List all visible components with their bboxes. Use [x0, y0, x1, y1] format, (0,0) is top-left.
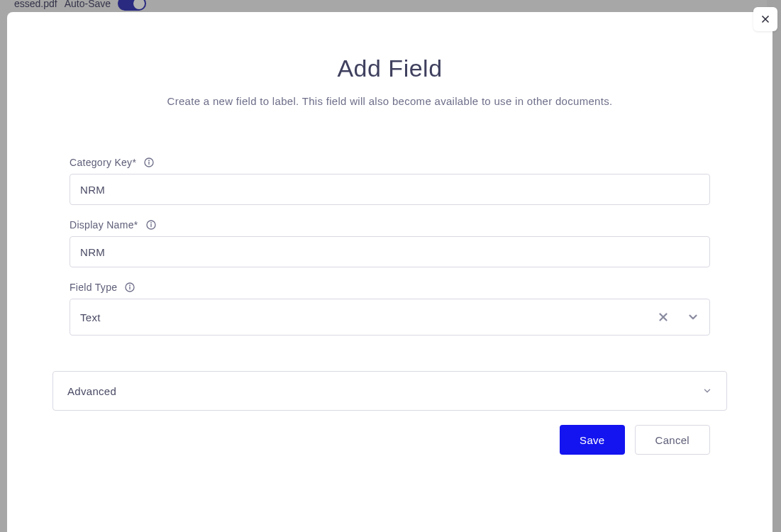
info-icon[interactable]: [145, 219, 157, 231]
button-row: Save Cancel: [7, 425, 772, 455]
category-key-input[interactable]: [70, 174, 710, 205]
modal-title: Add Field: [7, 55, 772, 82]
category-key-label: Category Key*: [70, 157, 136, 168]
advanced-label: Advanced: [67, 385, 116, 397]
svg-point-4: [149, 160, 150, 161]
field-type-label: Field Type: [70, 282, 117, 293]
category-key-label-row: Category Key*: [70, 157, 710, 168]
svg-point-10: [130, 285, 131, 286]
clear-icon[interactable]: [657, 311, 670, 323]
modal-subtitle: Create a new field to label. This field …: [7, 95, 772, 107]
advanced-section[interactable]: Advanced: [52, 371, 727, 411]
close-button[interactable]: [753, 7, 777, 31]
field-type-group: Field Type Text: [70, 282, 710, 336]
add-field-modal: Add Field Create a new field to label. T…: [7, 12, 772, 532]
field-type-label-row: Field Type: [70, 282, 710, 293]
form-area: Category Key* Display Name*: [7, 157, 772, 336]
chevron-down-icon: [702, 386, 712, 396]
info-icon[interactable]: [124, 282, 135, 293]
display-name-label: Display Name*: [70, 219, 138, 231]
svg-point-7: [150, 223, 151, 223]
save-button[interactable]: Save: [560, 425, 624, 455]
close-icon: [760, 13, 771, 25]
chevron-down-icon[interactable]: [687, 311, 699, 323]
display-name-label-row: Display Name*: [70, 219, 710, 231]
display-name-group: Display Name*: [70, 219, 710, 267]
field-type-select[interactable]: Text: [70, 299, 710, 336]
display-name-input[interactable]: [70, 236, 710, 267]
select-icons: [657, 311, 699, 323]
modal-content: Add Field Create a new field to label. T…: [7, 12, 772, 455]
info-icon[interactable]: [143, 157, 155, 168]
field-type-value: Text: [80, 311, 101, 323]
category-key-group: Category Key*: [70, 157, 710, 205]
cancel-button[interactable]: Cancel: [635, 425, 711, 455]
